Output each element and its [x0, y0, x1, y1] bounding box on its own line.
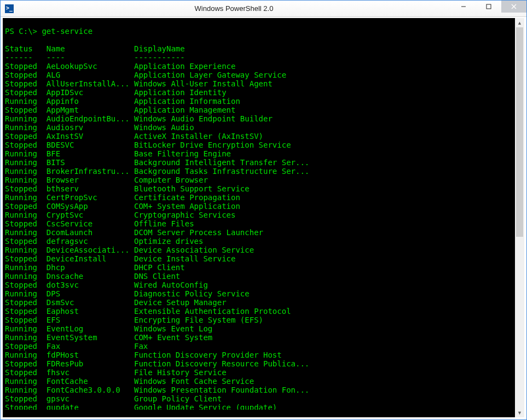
console-output[interactable]: PS C:\> get-service Status Name DisplayN…: [3, 26, 515, 410]
svg-rect-1: [487, 4, 491, 9]
window-buttons: [451, 1, 526, 16]
powershell-icon: [5, 4, 14, 13]
scroll-down-icon[interactable]: ▼: [515, 408, 524, 417]
minimize-button[interactable]: [451, 1, 476, 13]
scroll-track[interactable]: [515, 27, 524, 408]
window-title: Windows PowerShell 2.0: [17, 4, 451, 13]
scroll-up-icon[interactable]: ▲: [515, 18, 524, 27]
scrollbar[interactable]: ▲ ▼: [515, 18, 524, 417]
powershell-window: Windows PowerShell 2.0 PS C:\> get-servi…: [0, 0, 527, 420]
client-area: PS C:\> get-service Status Name DisplayN…: [1, 17, 526, 419]
close-button[interactable]: [501, 1, 526, 13]
maximize-button[interactable]: [476, 1, 501, 13]
scroll-thumb[interactable]: [516, 27, 523, 237]
titlebar[interactable]: Windows PowerShell 2.0: [1, 1, 526, 17]
